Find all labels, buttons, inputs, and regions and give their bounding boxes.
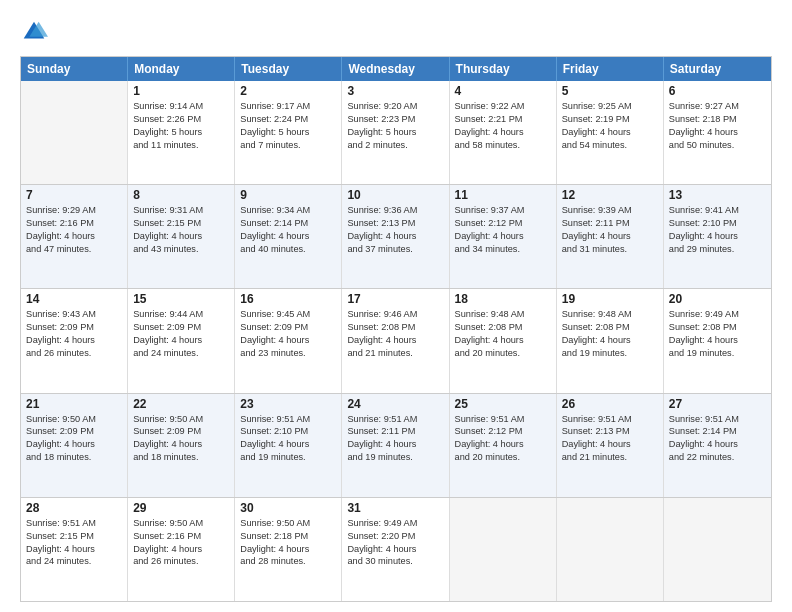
cell-line: and 19 minutes. bbox=[347, 451, 443, 464]
header-day-monday: Monday bbox=[128, 57, 235, 81]
cell-line: Sunrise: 9:27 AM bbox=[669, 100, 766, 113]
cell-line: and 24 minutes. bbox=[26, 555, 122, 568]
day-number: 9 bbox=[240, 188, 336, 202]
calendar-cell-5-5 bbox=[450, 498, 557, 601]
cell-line: and 34 minutes. bbox=[455, 243, 551, 256]
day-number: 1 bbox=[133, 84, 229, 98]
cell-line: and 11 minutes. bbox=[133, 139, 229, 152]
day-number: 11 bbox=[455, 188, 551, 202]
calendar-cell-4-6: 26Sunrise: 9:51 AMSunset: 2:13 PMDayligh… bbox=[557, 394, 664, 497]
calendar-cell-3-1: 14Sunrise: 9:43 AMSunset: 2:09 PMDayligh… bbox=[21, 289, 128, 392]
day-number: 22 bbox=[133, 397, 229, 411]
cell-line: Sunrise: 9:31 AM bbox=[133, 204, 229, 217]
cell-line: Sunset: 2:09 PM bbox=[133, 321, 229, 334]
cell-line: Sunrise: 9:49 AM bbox=[347, 517, 443, 530]
calendar-cell-2-6: 12Sunrise: 9:39 AMSunset: 2:11 PMDayligh… bbox=[557, 185, 664, 288]
cell-line: Daylight: 4 hours bbox=[347, 230, 443, 243]
cell-line: Sunrise: 9:51 AM bbox=[669, 413, 766, 426]
cell-line: Sunset: 2:20 PM bbox=[347, 530, 443, 543]
cell-line: Daylight: 4 hours bbox=[562, 126, 658, 139]
cell-line: and 50 minutes. bbox=[669, 139, 766, 152]
calendar-cell-4-3: 23Sunrise: 9:51 AMSunset: 2:10 PMDayligh… bbox=[235, 394, 342, 497]
cell-line: Sunrise: 9:50 AM bbox=[26, 413, 122, 426]
cell-line: Sunrise: 9:45 AM bbox=[240, 308, 336, 321]
day-number: 15 bbox=[133, 292, 229, 306]
calendar-cell-1-7: 6Sunrise: 9:27 AMSunset: 2:18 PMDaylight… bbox=[664, 81, 771, 184]
cell-line: Daylight: 4 hours bbox=[455, 126, 551, 139]
calendar-cell-4-7: 27Sunrise: 9:51 AMSunset: 2:14 PMDayligh… bbox=[664, 394, 771, 497]
cell-line: Sunset: 2:15 PM bbox=[133, 217, 229, 230]
cell-line: and 20 minutes. bbox=[455, 451, 551, 464]
day-number: 8 bbox=[133, 188, 229, 202]
cell-line: and 40 minutes. bbox=[240, 243, 336, 256]
calendar-cell-2-4: 10Sunrise: 9:36 AMSunset: 2:13 PMDayligh… bbox=[342, 185, 449, 288]
cell-line: Sunrise: 9:51 AM bbox=[455, 413, 551, 426]
cell-line: Sunrise: 9:39 AM bbox=[562, 204, 658, 217]
cell-line: Daylight: 5 hours bbox=[133, 126, 229, 139]
header bbox=[20, 18, 772, 46]
cell-line: Sunset: 2:11 PM bbox=[562, 217, 658, 230]
cell-line: and 23 minutes. bbox=[240, 347, 336, 360]
calendar-row-5: 28Sunrise: 9:51 AMSunset: 2:15 PMDayligh… bbox=[21, 497, 771, 601]
cell-line: Sunset: 2:09 PM bbox=[240, 321, 336, 334]
day-number: 2 bbox=[240, 84, 336, 98]
logo-icon bbox=[20, 18, 48, 46]
cell-line: Daylight: 4 hours bbox=[240, 334, 336, 347]
cell-line: Sunset: 2:19 PM bbox=[562, 113, 658, 126]
calendar-row-1: 1Sunrise: 9:14 AMSunset: 2:26 PMDaylight… bbox=[21, 81, 771, 184]
calendar-cell-3-4: 17Sunrise: 9:46 AMSunset: 2:08 PMDayligh… bbox=[342, 289, 449, 392]
cell-line: and 29 minutes. bbox=[669, 243, 766, 256]
header-day-thursday: Thursday bbox=[450, 57, 557, 81]
cell-line: Daylight: 4 hours bbox=[133, 230, 229, 243]
day-number: 29 bbox=[133, 501, 229, 515]
cell-line: Sunrise: 9:22 AM bbox=[455, 100, 551, 113]
cell-line: Sunset: 2:24 PM bbox=[240, 113, 336, 126]
cell-line: and 58 minutes. bbox=[455, 139, 551, 152]
cell-line: and 19 minutes. bbox=[669, 347, 766, 360]
cell-line: Sunset: 2:09 PM bbox=[133, 425, 229, 438]
header-day-friday: Friday bbox=[557, 57, 664, 81]
cell-line: Sunset: 2:10 PM bbox=[240, 425, 336, 438]
calendar-row-3: 14Sunrise: 9:43 AMSunset: 2:09 PMDayligh… bbox=[21, 288, 771, 392]
calendar-cell-3-7: 20Sunrise: 9:49 AMSunset: 2:08 PMDayligh… bbox=[664, 289, 771, 392]
cell-line: and 7 minutes. bbox=[240, 139, 336, 152]
day-number: 16 bbox=[240, 292, 336, 306]
cell-line: Sunset: 2:15 PM bbox=[26, 530, 122, 543]
cell-line: Sunset: 2:13 PM bbox=[347, 217, 443, 230]
cell-line: Sunrise: 9:50 AM bbox=[133, 413, 229, 426]
cell-line: Daylight: 4 hours bbox=[26, 543, 122, 556]
day-number: 4 bbox=[455, 84, 551, 98]
cell-line: Daylight: 4 hours bbox=[347, 543, 443, 556]
calendar-cell-5-3: 30Sunrise: 9:50 AMSunset: 2:18 PMDayligh… bbox=[235, 498, 342, 601]
cell-line: Sunset: 2:08 PM bbox=[562, 321, 658, 334]
cell-line: Sunrise: 9:44 AM bbox=[133, 308, 229, 321]
cell-line: Daylight: 4 hours bbox=[347, 438, 443, 451]
cell-line: and 19 minutes. bbox=[240, 451, 336, 464]
cell-line: and 28 minutes. bbox=[240, 555, 336, 568]
calendar: SundayMondayTuesdayWednesdayThursdayFrid… bbox=[20, 56, 772, 602]
cell-line: Sunrise: 9:51 AM bbox=[26, 517, 122, 530]
calendar-cell-5-7 bbox=[664, 498, 771, 601]
cell-line: Sunrise: 9:50 AM bbox=[133, 517, 229, 530]
calendar-header: SundayMondayTuesdayWednesdayThursdayFrid… bbox=[21, 57, 771, 81]
day-number: 17 bbox=[347, 292, 443, 306]
calendar-cell-2-3: 9Sunrise: 9:34 AMSunset: 2:14 PMDaylight… bbox=[235, 185, 342, 288]
cell-line: Sunrise: 9:51 AM bbox=[347, 413, 443, 426]
cell-line: Daylight: 4 hours bbox=[240, 543, 336, 556]
cell-line: Sunset: 2:08 PM bbox=[347, 321, 443, 334]
calendar-cell-3-5: 18Sunrise: 9:48 AMSunset: 2:08 PMDayligh… bbox=[450, 289, 557, 392]
cell-line: Sunrise: 9:46 AM bbox=[347, 308, 443, 321]
day-number: 24 bbox=[347, 397, 443, 411]
cell-line: Daylight: 4 hours bbox=[133, 438, 229, 451]
cell-line: and 18 minutes. bbox=[133, 451, 229, 464]
calendar-cell-1-2: 1Sunrise: 9:14 AMSunset: 2:26 PMDaylight… bbox=[128, 81, 235, 184]
day-number: 21 bbox=[26, 397, 122, 411]
cell-line: Sunrise: 9:37 AM bbox=[455, 204, 551, 217]
cell-line: Sunrise: 9:51 AM bbox=[240, 413, 336, 426]
cell-line: Sunrise: 9:34 AM bbox=[240, 204, 336, 217]
calendar-cell-3-2: 15Sunrise: 9:44 AMSunset: 2:09 PMDayligh… bbox=[128, 289, 235, 392]
day-number: 20 bbox=[669, 292, 766, 306]
day-number: 25 bbox=[455, 397, 551, 411]
cell-line: Sunset: 2:09 PM bbox=[26, 425, 122, 438]
cell-line: Daylight: 4 hours bbox=[669, 126, 766, 139]
